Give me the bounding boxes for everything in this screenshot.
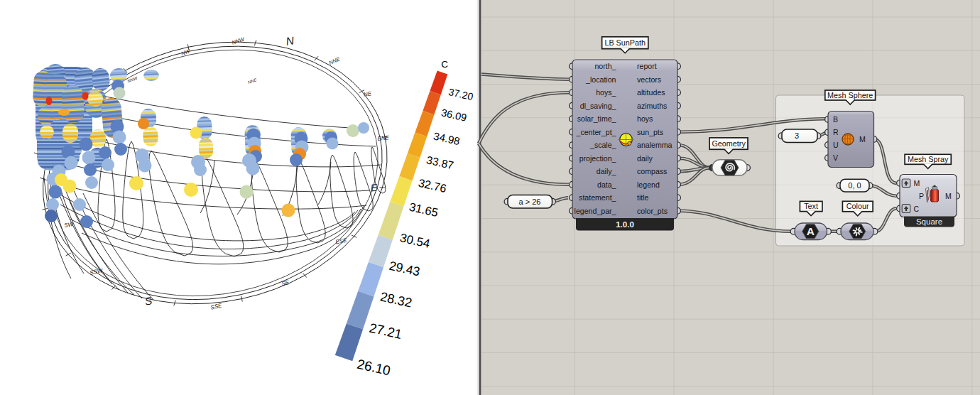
svg-text:Mesh Sphere: Mesh Sphere (827, 91, 873, 99)
svg-text:title: title (637, 193, 649, 202)
svg-text:sun_pts: sun_pts (637, 128, 663, 136)
svg-text:data_: data_ (597, 180, 617, 189)
svg-text:a > 26: a > 26 (519, 198, 541, 206)
svg-text:legend_par_: legend_par_ (575, 207, 617, 215)
svg-text:V: V (833, 153, 839, 162)
svg-text:compass: compass (637, 167, 667, 175)
svg-text:C: C (914, 205, 920, 213)
svg-text:1.0.0: 1.0.0 (616, 220, 634, 229)
svg-text:solar_time_: solar_time_ (577, 114, 617, 123)
svg-text:M: M (945, 192, 952, 200)
svg-text:M: M (914, 179, 920, 188)
svg-text:P: P (919, 192, 924, 200)
svg-text:Text: Text (804, 202, 818, 210)
svg-text:dl_saving_: dl_saving_ (580, 102, 617, 110)
svg-text:daily: daily (637, 154, 653, 163)
svg-text:Geometry: Geometry (712, 139, 746, 148)
svg-text:legend: legend (637, 180, 660, 189)
svg-text:R: R (833, 128, 839, 136)
svg-text:azimuths: azimuths (637, 102, 667, 110)
svg-text:altitudes: altitudes (637, 88, 665, 97)
svg-text:projection_: projection_ (579, 154, 617, 163)
svg-text:ENE: ENE (377, 134, 390, 141)
svg-text:U: U (833, 141, 839, 149)
svg-text:B: B (833, 115, 838, 124)
svg-text:Square: Square (916, 217, 942, 226)
svg-text:hoys: hoys (637, 114, 653, 123)
svg-text:A: A (807, 225, 815, 237)
svg-text:M: M (859, 135, 866, 144)
svg-text:hoys_: hoys_ (596, 88, 616, 97)
svg-text:0, 0: 0, 0 (848, 181, 861, 190)
svg-text:_location: _location (585, 75, 616, 84)
svg-text:statement_: statement_ (579, 193, 617, 202)
svg-text:3: 3 (795, 131, 799, 140)
svg-text:Mesh Spray: Mesh Spray (908, 155, 949, 163)
svg-text:report: report (637, 62, 657, 70)
svg-text:C: C (441, 59, 448, 70)
svg-text:analemma: analemma (637, 141, 673, 149)
svg-text:LB SunPath: LB SunPath (604, 38, 646, 47)
svg-text:vectors: vectors (637, 75, 661, 84)
svg-text:Colour: Colour (846, 202, 869, 210)
svg-text:north_: north_ (594, 62, 616, 70)
svg-text:daily_: daily_ (597, 167, 617, 175)
svg-text:_scale_: _scale_ (589, 141, 617, 149)
svg-text:color_pts: color_pts (637, 207, 668, 215)
svg-text:_center_pt_: _center_pt_ (576, 128, 617, 136)
